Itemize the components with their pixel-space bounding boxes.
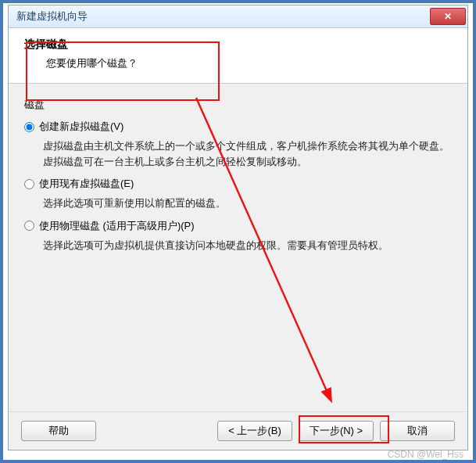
option-existing-radio-row[interactable]: 使用现有虚拟磁盘(E) [24,177,452,191]
wizard-dialog: 新建虚拟机向导 ✕ 选择磁盘 您要使用哪个磁盘？ 磁盘 创建新虚拟磁盘(V) 虚… [8,5,468,450]
option-create-radio-row[interactable]: 创建新虚拟磁盘(V) [24,120,452,134]
option-existing-desc: 选择此选项可重新使用以前配置的磁盘。 [43,196,452,211]
wizard-header: 选择磁盘 您要使用哪个磁盘？ [9,28,467,84]
option-create-label: 创建新虚拟磁盘(V) [39,120,123,134]
radio-physical[interactable] [24,221,34,231]
help-button[interactable]: 帮助 [21,421,96,441]
wizard-body: 磁盘 创建新虚拟磁盘(V) 虚拟磁盘由主机文件系统上的一个或多个文件组成，客户机… [9,84,467,412]
radio-existing[interactable] [24,179,34,189]
radio-create[interactable] [24,122,34,132]
option-existing: 使用现有虚拟磁盘(E) 选择此选项可重新使用以前配置的磁盘。 [24,177,452,211]
page-title: 选择磁盘 [24,38,467,52]
option-physical-radio-row[interactable]: 使用物理磁盘 (适用于高级用户)(P) [24,219,452,233]
titlebar: 新建虚拟机向导 ✕ [9,5,467,28]
watermark: CSDN @Wei_Hss [388,449,463,460]
section-label: 磁盘 [24,98,452,112]
window-title: 新建虚拟机向导 [16,9,88,23]
option-physical: 使用物理磁盘 (适用于高级用户)(P) 选择此选项可为虚拟机提供直接访问本地硬盘… [24,219,452,253]
cancel-button[interactable]: 取消 [380,421,455,441]
disk-options-group: 创建新虚拟磁盘(V) 虚拟磁盘由主机文件系统上的一个或多个文件组成，客户机操作系… [24,120,452,253]
wizard-footer: 帮助 < 上一步(B) 下一步(N) > 取消 [9,411,467,450]
option-physical-desc: 选择此选项可为虚拟机提供直接访问本地硬盘的权限。需要具有管理员特权。 [43,238,452,253]
option-create-desc: 虚拟磁盘由主机文件系统上的一个或多个文件组成，客户机操作系统会将其视为单个硬盘。… [43,138,452,169]
next-button[interactable]: 下一步(N) > [299,421,374,441]
page-subtitle: 您要使用哪个磁盘？ [46,56,467,70]
option-create-new: 创建新虚拟磁盘(V) 虚拟磁盘由主机文件系统上的一个或多个文件组成，客户机操作系… [24,120,452,169]
close-icon: ✕ [444,11,452,22]
back-button[interactable]: < 上一步(B) [217,421,292,441]
close-button[interactable]: ✕ [430,8,466,25]
option-physical-label: 使用物理磁盘 (适用于高级用户)(P) [39,219,195,233]
option-existing-label: 使用现有虚拟磁盘(E) [39,177,134,191]
